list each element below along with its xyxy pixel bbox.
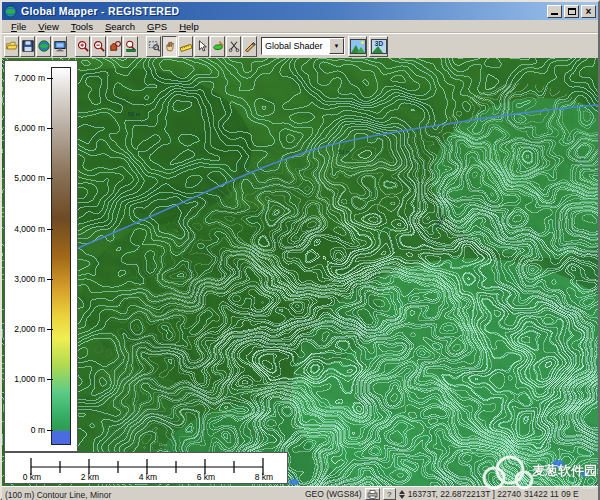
- minimize-icon: [551, 13, 558, 15]
- online-data-button[interactable]: [52, 36, 67, 57]
- contour-label: 50 m: [128, 111, 141, 117]
- legend-tick: [47, 329, 53, 330]
- crop-button[interactable]: [226, 36, 241, 57]
- scalebar-label: 0 km: [17, 472, 47, 482]
- scalebar-label: 8 km: [249, 472, 279, 482]
- map-viewport[interactable]: 50 m 50 m 300 m 7,000 m 6,000 m 5,000 m …: [2, 58, 598, 486]
- maximize-button[interactable]: [564, 5, 579, 18]
- measure-button[interactable]: [178, 36, 193, 57]
- legend-tick: [47, 128, 53, 129]
- digitizer-icon: [212, 40, 224, 52]
- digitizer-button[interactable]: [210, 36, 225, 57]
- menubar: File View Tools Search GPS Help: [2, 20, 598, 33]
- titlebar[interactable]: Global Mapper - REGISTERED ×: [2, 2, 598, 20]
- zoom-box-icon: [148, 40, 160, 52]
- imagery-button[interactable]: [365, 488, 380, 500]
- shader-combobox[interactable]: Global Shader ▼: [261, 37, 345, 55]
- global-mapper-window: Global Mapper - REGISTERED × File View T…: [0, 0, 600, 500]
- globe-icon: [38, 40, 50, 52]
- feature-info-button[interactable]: [194, 36, 209, 57]
- hand-pan-icon: [164, 40, 176, 52]
- maximize-icon: [568, 8, 576, 15]
- menu-file[interactable]: File: [5, 21, 32, 32]
- legend-tick: [47, 379, 53, 380]
- contour-lines-dense-layer: [2, 58, 598, 486]
- svg-text:3D: 3D: [374, 39, 383, 46]
- image-view-button[interactable]: [348, 36, 367, 57]
- close-icon: ×: [582, 5, 595, 18]
- zoom-in-button[interactable]: [75, 36, 90, 57]
- scalebar-label: 4 km: [133, 472, 163, 482]
- cursor-arrow-icon: [196, 40, 208, 52]
- close-button[interactable]: ×: [581, 5, 596, 18]
- legend-tick: [47, 430, 53, 431]
- shader-value: Global Shader: [262, 38, 329, 54]
- legend-label: 2,000 m: [5, 324, 45, 334]
- distance-scalebar: 0 km 2 km 4 km 6 km 8 km: [4, 452, 288, 484]
- zoom-scale-button[interactable]: [123, 36, 138, 57]
- zoom-scale-icon: [125, 40, 137, 52]
- legend-label: 6,000 m: [5, 123, 45, 133]
- path-profile-button[interactable]: [242, 36, 257, 57]
- menu-gps[interactable]: GPS: [141, 21, 173, 32]
- elevation-gradient-bar: [51, 67, 71, 445]
- scalebar-label: 2 km: [75, 472, 105, 482]
- legend-tick: [47, 78, 53, 79]
- open-folder-icon: [6, 40, 18, 52]
- legend-label: 0 m: [5, 425, 45, 435]
- elevation-legend: 7,000 m 6,000 m 5,000 m 4,000 m 3,000 m …: [4, 60, 78, 452]
- status-projection: GEO (WGS84): [305, 489, 362, 499]
- world-layers-button[interactable]: [36, 36, 51, 57]
- zoom-in-icon: [77, 40, 89, 52]
- window-title: Global Mapper - REGISTERED: [21, 5, 547, 17]
- open-button[interactable]: [4, 36, 19, 57]
- zoom-spinner[interactable]: [399, 490, 405, 499]
- 3d-view-icon: 3D: [371, 39, 387, 54]
- minimize-button[interactable]: [547, 5, 562, 18]
- scissors-icon: [228, 40, 240, 52]
- app-icon: [4, 5, 17, 18]
- legend-tick: [47, 229, 53, 230]
- save-button[interactable]: [20, 36, 35, 57]
- zoom-out-button[interactable]: [91, 36, 106, 57]
- toolbar-separator: [68, 36, 75, 57]
- legend-tick: [47, 178, 53, 179]
- pen-icon: [244, 40, 256, 52]
- legend-label: 3,000 m: [5, 274, 45, 284]
- pond: [552, 460, 564, 468]
- pond: [289, 479, 299, 485]
- menu-view[interactable]: View: [32, 21, 64, 32]
- home-extent-icon: [109, 40, 121, 52]
- legend-label: 1,000 m: [5, 374, 45, 384]
- spin-down-icon[interactable]: [399, 495, 405, 499]
- status-feature-text: (100 m) Contour Line, Minor: [5, 490, 111, 500]
- legend-label: 7,000 m: [5, 73, 45, 83]
- status-position: 31422 11 09 E: [524, 489, 579, 499]
- menu-help[interactable]: Help: [173, 21, 205, 32]
- legend-label: 5,000 m: [5, 173, 45, 183]
- save-floppy-icon: [22, 40, 34, 52]
- monitor-download-icon: [54, 40, 66, 52]
- zoom-out-icon: [93, 40, 105, 52]
- toolbar: Global Shader ▼ 3D: [2, 33, 598, 58]
- landscape-image-icon: [350, 39, 366, 54]
- toolbar-separator: [139, 36, 146, 57]
- pan-button[interactable]: [162, 36, 177, 57]
- printer-icon: [367, 490, 378, 499]
- menu-search[interactable]: Search: [99, 21, 141, 32]
- contour-label: 50 m: [338, 149, 351, 155]
- pond: [581, 471, 589, 477]
- ruler-icon: [180, 40, 192, 52]
- menu-tools[interactable]: Tools: [65, 21, 99, 32]
- legend-label: 4,000 m: [5, 224, 45, 234]
- help-button[interactable]: ?: [383, 488, 396, 500]
- full-view-button[interactable]: [107, 36, 122, 57]
- statusbar: (100 m) Contour Line, Minor GEO (WGS84) …: [2, 486, 598, 500]
- 3d-view-button[interactable]: 3D: [369, 36, 388, 57]
- map-canvas[interactable]: 50 m 50 m 300 m: [2, 58, 598, 486]
- status-coordinates: 16373T, 22.6872213T ] 22740: [408, 489, 521, 499]
- legend-tick: [47, 279, 53, 280]
- chevron-down-icon[interactable]: ▼: [329, 38, 344, 54]
- spin-up-icon[interactable]: [399, 490, 405, 494]
- zoom-box-button[interactable]: [146, 36, 161, 57]
